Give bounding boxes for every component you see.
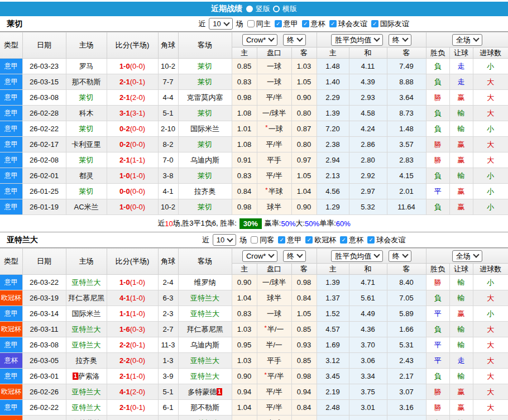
league-cell: 意甲: [0, 369, 22, 384]
result-handicap-cell: 輸: [449, 168, 473, 184]
league-checkbox-label: 意杯: [311, 19, 325, 29]
vertical-layout-radio[interactable]: [246, 6, 253, 12]
league-cell: 意甲: [0, 306, 22, 322]
avg-draw-cell: 4.39: [349, 74, 387, 90]
home-team-cell: 亚特兰大: [66, 337, 107, 353]
summary-text: 场,胜3平1负6, 胜率:: [173, 218, 237, 228]
col-handicap-result: 让球: [449, 264, 473, 275]
match-count-select[interactable]: 10: [209, 18, 232, 30]
summary-text: 近: [157, 218, 165, 228]
home-team: 拜仁慕尼黑: [68, 294, 104, 302]
match-row: 意甲26-01-19AC米兰1-0(0-0)10-2莱切0.98球半0.901.…: [0, 199, 508, 215]
match-count-select[interactable]: 10: [213, 234, 236, 246]
avg-away-cell: 3.48: [387, 416, 426, 420]
bookmaker-select[interactable]: Crow*: [242, 250, 277, 262]
handicap-cell: 一/球半: [257, 275, 291, 290]
avg-away-cell: 1.66: [387, 322, 426, 337]
result-goals-cell: 大: [473, 400, 508, 416]
scope-select[interactable]: 全场: [452, 34, 482, 46]
home-team: 那不勒斯: [72, 78, 101, 86]
corners-cell: 2-3: [158, 306, 178, 322]
col-home: 主场: [66, 249, 107, 275]
fulltime-score: 2-1: [119, 403, 130, 412]
corners-cell: 3-2: [158, 416, 178, 420]
scope-select[interactable]: 全场: [452, 250, 482, 262]
league-checkbox-label: 球会友谊: [338, 19, 367, 29]
date-cell: 26-03-19: [22, 290, 66, 306]
result-handicap-cell: 輸: [449, 322, 473, 337]
avg-away-cell: 4.15: [387, 168, 426, 184]
avg-home-cell: 1.52: [317, 306, 349, 322]
away-team-cell: 国际米兰: [178, 121, 232, 137]
league-checkbox[interactable]: ✓: [329, 20, 337, 27]
avg-home-cell: 1.39: [317, 275, 349, 290]
home-team: 亚特兰大: [72, 325, 101, 333]
odds-time-select[interactable]: 终: [283, 34, 306, 46]
fulltime-score: 0-2: [119, 140, 130, 149]
halftime-score: (0-0): [130, 140, 145, 149]
away-team: 克雷莫内塞: [187, 93, 223, 102]
league-checkbox[interactable]: ✓: [302, 20, 309, 27]
away-odds-cell: 0.80: [291, 137, 317, 152]
col-odds-home: 主: [232, 47, 257, 59]
avg-odds-select[interactable]: 胜平负均值: [331, 34, 383, 46]
bookmaker-select[interactable]: Crow*: [242, 34, 277, 46]
away-team-cell: 维罗纳: [178, 275, 232, 290]
fulltime-score: 1-1: [119, 309, 130, 318]
avg-draw-cell: 4.36: [349, 322, 387, 337]
avg-away-cell: 7.05: [387, 290, 426, 306]
handicap-cell: 球半: [257, 290, 291, 306]
league-checkbox[interactable]: ✓: [278, 236, 285, 244]
avg-time-select[interactable]: 终: [389, 34, 411, 46]
col-avg-draw: 和: [349, 47, 387, 59]
near-label: 近: [202, 235, 209, 245]
team-filter-row-atalanta: 亚特兰大 近10场同客✓意甲✓欧冠杯✓意杯✓球会友谊: [0, 232, 508, 248]
league-checkbox[interactable]: ✓: [367, 236, 375, 244]
handicap-header-group: Crow* 终: [232, 32, 317, 47]
result-goals-cell: 小: [473, 184, 508, 199]
avg-odds-select[interactable]: 胜平负均值: [331, 250, 383, 262]
away-team: 莱切: [198, 203, 212, 211]
horizontal-layout-radio[interactable]: [273, 6, 280, 12]
result-handicap-cell: 走: [449, 59, 473, 74]
avg-time-select[interactable]: 终: [389, 250, 411, 262]
avg-draw-cell: 2.92: [349, 168, 387, 184]
avg-away-cell: 2.43: [387, 353, 426, 369]
odds-time-select[interactable]: 终: [283, 250, 306, 262]
col-handicap-result: 让球: [449, 47, 473, 59]
halftime-score: (3-1): [130, 109, 145, 117]
same-venue-checkbox[interactable]: [251, 236, 258, 244]
away-team: 那不勒斯: [190, 403, 219, 412]
odds-time-select-value: 终: [287, 36, 294, 44]
avg-home-cell: 1.48: [317, 59, 349, 74]
league-cell: 意甲: [0, 199, 22, 215]
score-cell: 1-0(0-0): [107, 59, 158, 74]
league-checkbox[interactable]: ✓: [371, 20, 378, 27]
league-checkbox[interactable]: ✓: [340, 236, 347, 244]
halftime-score: (1-0): [130, 372, 145, 380]
result-handicap-cell: 輸: [449, 290, 473, 306]
away-team-cell: 亚特兰大: [178, 353, 232, 369]
home-team: 莱切: [79, 125, 94, 133]
same-venue-checkbox[interactable]: [247, 20, 255, 27]
away-team-cell: 莱切: [178, 168, 232, 184]
league-checkbox[interactable]: ✓: [275, 20, 282, 27]
avg-home-cell: 1.29: [317, 199, 349, 215]
chevron-down-icon: [223, 20, 229, 26]
league-cell: 欧冠杯: [0, 322, 22, 337]
corners-cell: 2-4: [158, 275, 178, 290]
corners-cell: 10-2: [158, 59, 178, 74]
match-row: 欧冠杯26-03-19拜仁慕尼黑4-1(1-0)6-3亚特兰大1.04球半0.8…: [0, 290, 508, 306]
team-name: 亚特兰大: [7, 235, 38, 245]
result-handicap-cell: 輸: [449, 416, 473, 420]
league-checkbox[interactable]: ✓: [305, 236, 313, 244]
away-odds-cell: 0.98: [291, 369, 317, 384]
result-handicap-cell: 輸: [449, 106, 473, 121]
away-odds-cell: 0.90: [291, 199, 317, 215]
avg-away-cell: 11.64: [387, 199, 426, 215]
handicap-cell: 平/半: [257, 137, 291, 152]
away-odds-cell: 0.90: [291, 90, 317, 106]
result-goals-cell: 大: [473, 337, 508, 353]
fulltime-score: 2-1: [119, 93, 130, 102]
home-team-cell: 莱切: [66, 152, 107, 168]
